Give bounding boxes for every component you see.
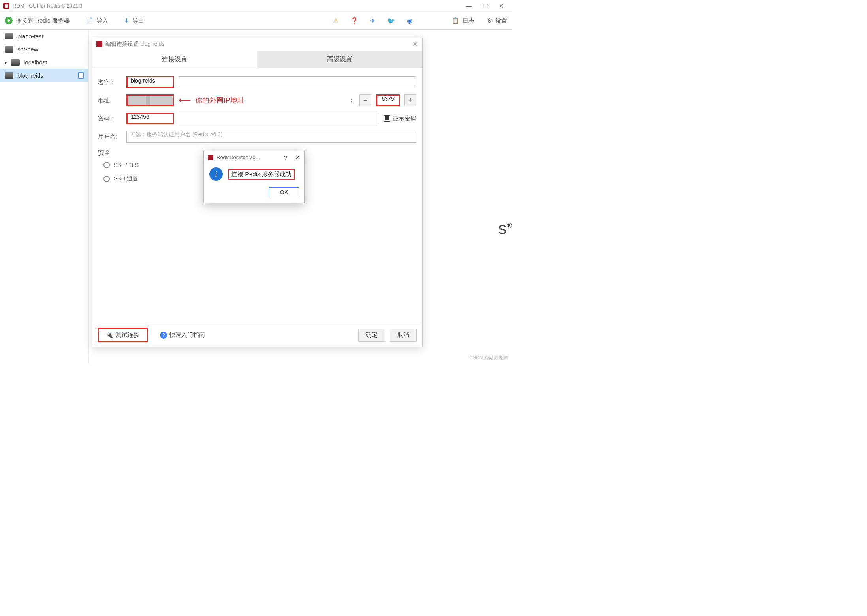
row-username: 用户名: 可选：服务端认证用户名 (Redis >6.0): [98, 131, 416, 143]
github-icon[interactable]: ◉: [407, 17, 412, 24]
log-button[interactable]: 📋 日志: [452, 17, 474, 24]
toolbar-link-icons: ⚠ ❓ ✈ 🐦 ◉: [333, 17, 412, 24]
radio-icon: [103, 162, 110, 168]
connection-item-blog-reids[interactable]: blog-reids: [0, 69, 88, 82]
settings-button[interactable]: ⚙ 设置: [487, 17, 507, 24]
msgbox-ok-button[interactable]: OK: [269, 187, 299, 197]
port-input[interactable]: 6379: [376, 94, 400, 106]
radio-icon: [103, 176, 110, 182]
connection-sidebar: piano-test sht-new ▸ localhost blog-reid…: [0, 30, 89, 364]
test-connection-button[interactable]: 🔌 测试连接: [98, 328, 148, 342]
export-icon: ⬇: [124, 17, 129, 24]
dialog-titlebar: 编辑连接设置 blog-reids ✕: [92, 38, 422, 51]
connect-server-button[interactable]: + 连接到 Redis 服务器: [5, 17, 70, 24]
cancel-button[interactable]: 取消: [390, 329, 417, 342]
msgbox-footer: OK: [204, 184, 304, 203]
message-box: RedisDesktopMa... ? ✕ i 连接 Redis 服务器成功 O…: [203, 151, 305, 203]
question-icon: ?: [160, 332, 167, 339]
msgbox-help-button[interactable]: ?: [284, 154, 287, 161]
tab-connection-settings[interactable]: 连接设置: [92, 51, 257, 68]
app-icon: [3, 3, 9, 9]
quick-start-guide-button[interactable]: ? 快速入门指南: [152, 329, 213, 342]
dialog-tabs: 连接设置 高级设置: [92, 51, 422, 68]
label-name: 名字：: [98, 79, 122, 86]
export-button[interactable]: ⬇ 导出: [124, 17, 144, 24]
name-input[interactable]: blog-reids: [126, 76, 174, 88]
plus-icon: +: [5, 17, 13, 24]
port-decrement[interactable]: −: [359, 94, 371, 106]
port-increment[interactable]: +: [404, 94, 416, 106]
msgbox-close-button[interactable]: ✕: [295, 154, 300, 161]
import-button[interactable]: 📄 导入: [86, 17, 108, 24]
connection-item-localhost[interactable]: ▸ localhost: [0, 56, 88, 69]
gear-icon: ⚙: [487, 17, 492, 24]
server-icon: [11, 59, 20, 66]
window-titlebar: RDM - GUI for Redis ® 2021.3 — ☐ ✕: [0, 0, 512, 12]
name-input-rest[interactable]: [179, 76, 416, 88]
twitter-icon[interactable]: 🐦: [387, 17, 395, 24]
label-password: 密码：: [98, 115, 122, 122]
checkbox-icon: [384, 115, 390, 122]
msgbox-app-icon: [208, 155, 213, 160]
ok-button[interactable]: 确定: [358, 329, 385, 342]
dialog-app-icon: [96, 41, 102, 47]
clipboard-icon[interactable]: [78, 72, 84, 79]
annotation-address: ⟵ 你的外网IP地址: [179, 95, 244, 105]
plug-icon: 🔌: [106, 332, 113, 339]
toolbar-right: 📋 日志 ⚙ 设置: [452, 17, 507, 24]
connect-label: 连接到 Redis 服务器: [16, 17, 70, 24]
telegram-icon[interactable]: ✈: [370, 17, 375, 24]
msgbox-titlebar: RedisDesktopMa... ? ✕: [204, 151, 304, 163]
password-input[interactable]: 123456: [126, 113, 174, 124]
main-toolbar: + 连接到 Redis 服务器 📄 导入 ⬇ 导出 ⚠ ❓ ✈ 🐦 ◉ 📋 日志…: [0, 12, 512, 30]
maximize-button[interactable]: ☐: [483, 2, 488, 9]
password-input-rest[interactable]: [179, 113, 379, 124]
tab-advanced-settings[interactable]: 高级设置: [257, 51, 422, 68]
label-username: 用户名:: [98, 133, 122, 141]
dialog-close-button[interactable]: ✕: [412, 40, 418, 49]
address-input[interactable]: ____: [126, 94, 174, 106]
window-controls: — ☐ ✕: [466, 2, 509, 9]
info-icon: i: [209, 167, 223, 181]
connection-item-sht-new[interactable]: sht-new: [0, 43, 88, 56]
dialog-footer: 🔌 测试连接 ? 快速入门指南 确定 取消: [92, 323, 422, 347]
server-icon: [5, 33, 13, 39]
show-password-toggle[interactable]: 显示密码: [384, 115, 416, 122]
log-icon: 📋: [452, 17, 459, 24]
background-logo-fragment: s®: [498, 219, 512, 238]
connection-item-piano-test[interactable]: piano-test: [0, 30, 88, 43]
username-input[interactable]: 可选：服务端认证用户名 (Redis >6.0): [126, 131, 416, 143]
import-icon: 📄: [86, 17, 93, 24]
dialog-title: 编辑连接设置 blog-reids: [105, 41, 164, 48]
minimize-button[interactable]: —: [466, 2, 472, 9]
server-icon: [5, 46, 13, 53]
row-password: 密码： 123456 显示密码: [98, 113, 416, 124]
window-title: RDM - GUI for Redis ® 2021.3: [13, 3, 82, 9]
row-address: 地址 ____ ⟵ 你的外网IP地址 : − 6379 +: [98, 94, 416, 106]
arrow-left-icon: ⟵: [179, 95, 191, 105]
warning-icon[interactable]: ⚠: [333, 17, 339, 24]
label-address: 地址: [98, 97, 122, 104]
server-icon: [5, 72, 13, 79]
msgbox-title: RedisDesktopMa...: [216, 154, 281, 160]
help-icon[interactable]: ❓: [350, 17, 358, 24]
close-button[interactable]: ✕: [499, 2, 504, 9]
msgbox-message: 连接 Redis 服务器成功: [228, 169, 295, 180]
watermark: CSDN @姑苏老陈: [469, 355, 508, 361]
row-name: 名字： blog-reids: [98, 76, 416, 88]
expand-icon[interactable]: ▸: [5, 60, 7, 65]
msgbox-body: i 连接 Redis 服务器成功: [204, 163, 304, 184]
address-colon: :: [348, 97, 355, 104]
